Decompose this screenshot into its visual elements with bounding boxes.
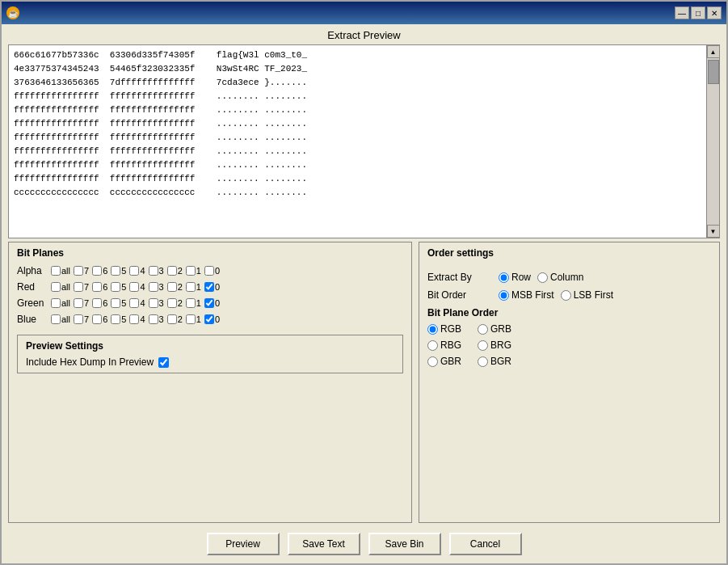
blue-7[interactable]: 7 [74,314,89,324]
red-0[interactable]: 0 [204,282,220,292]
footer: Preview Save Text Save Bin Cancel [2,526,726,563]
scroll-down-button[interactable]: ▼ [707,225,720,238]
alpha-1[interactable]: 1 [186,266,201,276]
blue-label: Blue [17,314,48,325]
alpha-2[interactable]: 2 [167,266,183,276]
scroll-up-button[interactable]: ▲ [707,45,720,58]
alpha-6[interactable]: 6 [92,266,107,276]
green-label: Green [17,297,48,309]
extract-row-option[interactable]: Row [499,272,531,283]
cancel-button[interactable]: Cancel [449,533,522,555]
include-hex-row: Include Hex Dump In Preview [26,356,394,368]
bit-plane-row-1: RGB GRB [427,323,711,335]
rbg-label: RBG [440,339,461,351]
bottom-panels: Bit Planes Alpha all 7 6 5 4 3 2 1 0 Red… [8,242,720,523]
red-row: Red all 7 6 5 4 3 2 1 0 [17,281,403,293]
scroll-track[interactable] [707,58,719,225]
title-bar: ☕ — □ ✕ [2,2,726,24]
bit-order-label: Bit Order [427,289,492,301]
rbg-option[interactable]: RBG [427,339,461,351]
green-6[interactable]: 6 [92,298,107,308]
window-title: Extract Preview [2,24,726,44]
green-0[interactable]: 0 [204,298,220,308]
alpha-all[interactable]: all [51,266,70,276]
blue-2[interactable]: 2 [167,314,183,324]
rgb-label: RGB [440,323,461,335]
green-4[interactable]: 4 [129,298,145,308]
bit-plane-row-2: RBG BRG [427,339,711,351]
msb-first-label: MSB First [511,289,554,301]
bit-plane-order: Bit Plane Order RGB GRB RBG [427,307,711,367]
bit-plane-row-3: GBR BGR [427,356,711,367]
gbr-option[interactable]: GBR [427,356,461,367]
extract-by-row: Extract By Row Column [427,272,711,283]
alpha-4[interactable]: 4 [129,266,145,276]
extract-by-label: Extract By [427,272,492,283]
extract-row-label: Row [511,272,531,283]
alpha-3[interactable]: 3 [149,266,164,276]
green-1[interactable]: 1 [186,298,201,308]
bit-plane-order-title: Bit Plane Order [427,307,711,318]
blue-1[interactable]: 1 [186,314,201,324]
green-7[interactable]: 7 [74,298,89,308]
red-3[interactable]: 3 [149,282,164,292]
green-3[interactable]: 3 [149,298,164,308]
minimize-button[interactable]: — [675,6,689,19]
bgr-option[interactable]: BGR [478,356,511,367]
red-all[interactable]: all [51,282,70,292]
brg-label: BRG [490,339,511,351]
alpha-0[interactable]: 0 [204,266,220,276]
brg-option[interactable]: BRG [478,339,511,351]
blue-6[interactable]: 6 [92,314,107,324]
rgb-option[interactable]: RGB [427,323,461,335]
alpha-row: Alpha all 7 6 5 4 3 2 1 0 [17,265,403,276]
alpha-5[interactable]: 5 [111,266,126,276]
blue-3[interactable]: 3 [149,314,164,324]
bit-planes-title: Bit Planes [17,247,403,259]
grb-label: GRB [490,323,511,335]
preview-area: 666c61677b57336c 63306d335f74305f flag{W… [8,44,720,238]
blue-row: Blue all 7 6 5 4 3 2 1 0 [17,314,403,325]
app-icon: ☕ [6,6,19,19]
grb-option[interactable]: GRB [478,323,511,335]
red-2[interactable]: 2 [167,282,183,292]
blue-all[interactable]: all [51,314,70,324]
bit-order-row: Bit Order MSB First LSB First [427,289,711,301]
red-5[interactable]: 5 [111,282,126,292]
gbr-label: GBR [440,356,461,367]
blue-0[interactable]: 0 [204,314,220,324]
save-bin-button[interactable]: Save Bin [368,533,441,555]
include-hex-checkbox[interactable] [158,357,169,368]
msb-first-option[interactable]: MSB First [499,289,554,301]
red-4[interactable]: 4 [129,282,145,292]
green-row: Green all 7 6 5 4 3 2 1 0 [17,297,403,309]
bgr-label: BGR [490,356,511,367]
main-window: ☕ — □ ✕ Extract Preview 666c61677b57336c… [0,0,728,565]
red-1[interactable]: 1 [186,282,201,292]
order-settings-title: Order settings [427,247,711,259]
green-5[interactable]: 5 [111,298,126,308]
title-bar-controls: — □ ✕ [675,6,722,19]
lsb-first-option[interactable]: LSB First [561,289,613,301]
preview-settings-panel: Preview Settings Include Hex Dump In Pre… [17,335,403,373]
close-button[interactable]: ✕ [707,6,722,19]
green-2[interactable]: 2 [167,298,183,308]
red-6[interactable]: 6 [92,282,107,292]
green-all[interactable]: all [51,298,70,308]
scroll-thumb[interactable] [708,60,719,84]
red-7[interactable]: 7 [74,282,89,292]
scrollbar[interactable]: ▲ ▼ [706,45,719,238]
order-settings-panel: Order settings Extract By Row Column Bit… [419,242,720,523]
save-text-button[interactable]: Save Text [288,533,360,555]
blue-5[interactable]: 5 [111,314,126,324]
extract-column-option[interactable]: Column [537,272,583,283]
red-label: Red [17,281,48,293]
maximize-button[interactable]: □ [691,6,705,19]
preview-button[interactable]: Preview [207,533,280,555]
lsb-first-label: LSB First [574,289,613,301]
title-bar-left: ☕ [6,6,19,19]
bit-planes-panel: Bit Planes Alpha all 7 6 5 4 3 2 1 0 Red… [8,242,412,523]
blue-4[interactable]: 4 [129,314,145,324]
alpha-7[interactable]: 7 [74,266,89,276]
extract-column-label: Column [550,272,583,283]
